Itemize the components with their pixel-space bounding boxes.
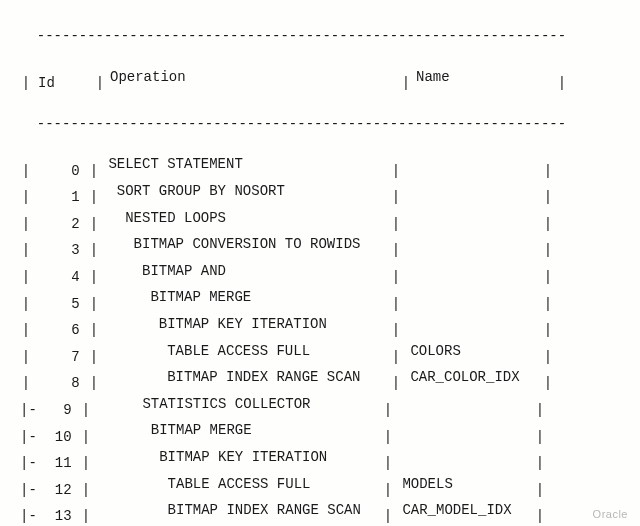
pipe-icon: | <box>542 373 554 393</box>
table-row: |3 | BITMAP CONVERSION TO ROWIDS| | <box>20 234 630 261</box>
table-row: |4 | BITMAP AND| | <box>20 261 630 288</box>
pipe-icon: | <box>88 267 100 287</box>
table-row: |1 | SORT GROUP BY NOSORT| | <box>20 181 630 208</box>
row-id: 12 <box>32 480 80 500</box>
pipe-icon: | <box>80 427 92 447</box>
table-row: |7 | TABLE ACCESS FULL| COLORS| <box>20 341 630 368</box>
row-name <box>402 234 542 254</box>
row-id: 7 <box>32 347 88 367</box>
pipe-icon: | <box>88 320 100 340</box>
pipe-icon: | <box>88 187 100 207</box>
row-operation: TABLE ACCESS FULL <box>92 474 382 494</box>
pipe-icon: | <box>534 427 546 447</box>
pipe-icon: | <box>20 214 32 234</box>
pipe-icon: | <box>390 214 402 234</box>
table-row: |-9 | STATISTICS COLLECTOR| | <box>20 394 630 421</box>
row-operation: STATISTICS COLLECTOR <box>92 394 382 414</box>
table-row: |0 | SELECT STATEMENT| | <box>20 154 630 181</box>
plan-header-row: |Id|Operation|Name| <box>20 67 630 94</box>
pipe-icon: | <box>382 427 394 447</box>
row-id: 13 <box>32 506 80 526</box>
row-operation: BITMAP AND <box>100 261 390 281</box>
pipe-icon: | <box>382 453 394 473</box>
pipe-icon: | <box>20 73 32 93</box>
row-name: COLORS <box>402 341 542 361</box>
pipe-icon: |- <box>20 400 32 420</box>
row-id: 3 <box>32 240 88 260</box>
row-id: 9 <box>32 400 80 420</box>
pipe-icon: | <box>382 400 394 420</box>
pipe-icon: |- <box>20 480 32 500</box>
pipe-icon: | <box>382 506 394 526</box>
pipe-icon: | <box>542 320 554 340</box>
table-row: |5 | BITMAP MERGE| | <box>20 287 630 314</box>
row-name <box>402 208 542 228</box>
pipe-icon: | <box>390 320 402 340</box>
row-name <box>402 287 542 307</box>
row-name <box>402 261 542 281</box>
row-id: 0 <box>32 161 88 181</box>
pipe-icon: |- <box>20 427 32 447</box>
row-operation: BITMAP CONVERSION TO ROWIDS <box>100 234 390 254</box>
pipe-icon: | <box>88 214 100 234</box>
table-row: |-12 | TABLE ACCESS FULL| MODELS| <box>20 474 630 501</box>
pipe-icon: | <box>390 187 402 207</box>
row-operation: BITMAP KEY ITERATION <box>92 447 382 467</box>
pipe-icon: | <box>80 453 92 473</box>
col-op-header: Operation <box>106 67 400 87</box>
plan-rows: |0 | SELECT STATEMENT| ||1 | SORT GROUP … <box>20 154 630 526</box>
row-id: 4 <box>32 267 88 287</box>
table-row: |6 | BITMAP KEY ITERATION| | <box>20 314 630 341</box>
pipe-icon: | <box>542 240 554 260</box>
pipe-icon: | <box>534 453 546 473</box>
pipe-icon: | <box>88 373 100 393</box>
row-id: 11 <box>32 453 80 473</box>
pipe-icon: | <box>542 347 554 367</box>
row-name: CAR_COLOR_IDX <box>402 367 542 387</box>
row-operation: BITMAP INDEX RANGE SCAN <box>100 367 390 387</box>
pipe-icon: | <box>390 267 402 287</box>
row-id: 5 <box>32 294 88 314</box>
pipe-icon: | <box>88 347 100 367</box>
row-id: 1 <box>32 187 88 207</box>
pipe-icon: | <box>20 161 32 181</box>
col-id-header: Id <box>32 73 94 93</box>
row-id: 10 <box>32 427 80 447</box>
pipe-icon: | <box>20 373 32 393</box>
table-row: |-13 | BITMAP INDEX RANGE SCAN| CAR_MODE… <box>20 500 630 526</box>
row-operation: BITMAP MERGE <box>100 287 390 307</box>
pipe-icon: | <box>390 373 402 393</box>
pipe-icon: | <box>88 240 100 260</box>
pipe-icon: | <box>382 480 394 500</box>
pipe-icon: | <box>80 506 92 526</box>
pipe-icon: | <box>390 294 402 314</box>
pipe-icon: | <box>80 400 92 420</box>
row-operation: BITMAP MERGE <box>92 420 382 440</box>
row-id: 8 <box>32 373 88 393</box>
dash-mid: ----------------------------------------… <box>37 116 566 132</box>
pipe-icon: |- <box>20 506 32 526</box>
pipe-icon: | <box>400 73 412 93</box>
row-operation: BITMAP KEY ITERATION <box>100 314 390 334</box>
row-name: CAR_MODEL_IDX <box>394 500 534 520</box>
pipe-icon: | <box>88 294 100 314</box>
table-row: |-11 | BITMAP KEY ITERATION| | <box>20 447 630 474</box>
row-operation: BITMAP INDEX RANGE SCAN <box>92 500 382 520</box>
row-id: 6 <box>32 320 88 340</box>
pipe-icon: | <box>80 480 92 500</box>
table-row: |2 | NESTED LOOPS| | <box>20 208 630 235</box>
pipe-icon: | <box>556 73 568 93</box>
row-name <box>402 181 542 201</box>
pipe-icon: | <box>534 400 546 420</box>
pipe-icon: | <box>390 240 402 260</box>
pipe-icon: | <box>20 347 32 367</box>
row-name <box>394 394 534 414</box>
pipe-icon: | <box>534 506 546 526</box>
pipe-icon: | <box>94 73 106 93</box>
pipe-icon: | <box>542 161 554 181</box>
pipe-icon: | <box>542 214 554 234</box>
pipe-icon: | <box>20 267 32 287</box>
table-row: |8 | BITMAP INDEX RANGE SCAN| CAR_COLOR_… <box>20 367 630 394</box>
pipe-icon: | <box>20 320 32 340</box>
row-operation: TABLE ACCESS FULL <box>100 341 390 361</box>
